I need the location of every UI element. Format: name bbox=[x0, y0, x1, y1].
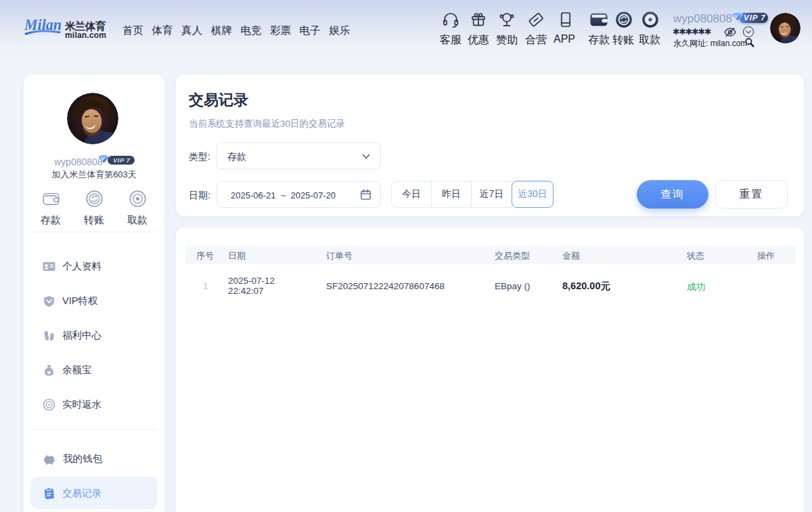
svg-text:V: V bbox=[734, 14, 738, 20]
svg-text:V: V bbox=[101, 156, 105, 162]
